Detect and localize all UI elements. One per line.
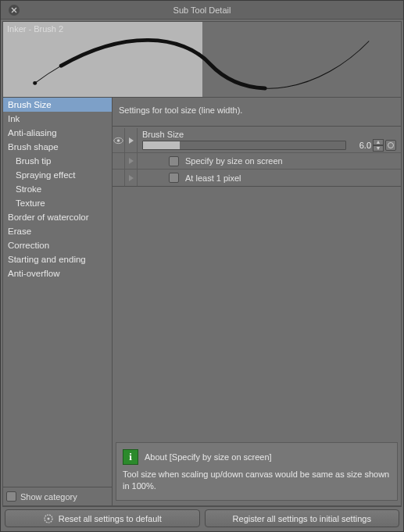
category-anti-overflow[interactable]: Anti-overflow: [3, 266, 112, 280]
gear-icon: [43, 513, 54, 524]
visibility-toggle-empty-2[interactable]: [113, 170, 125, 186]
prop-at-least-body: At least 1 pixel: [138, 173, 401, 183]
spacer: [113, 187, 401, 428]
brush-size-dynamics-button[interactable]: [385, 140, 396, 151]
brush-size-label: Brush Size: [142, 130, 396, 139]
bottom-bar: Reset all settings to default Register a…: [2, 506, 402, 530]
close-icon: [11, 7, 17, 13]
brush-size-control: 6.0 ▲ ▼: [142, 139, 396, 152]
info-icon: i: [123, 449, 138, 465]
svg-point-1: [117, 139, 120, 142]
category-texture[interactable]: Texture: [3, 196, 112, 210]
at-least-1px-label: At least 1 pixel: [185, 173, 241, 183]
info-title: About [Specify by size on screen]: [145, 452, 272, 462]
sidebar-footer: Show category: [3, 487, 112, 505]
close-button[interactable]: [9, 5, 20, 16]
titlebar: Sub Tool Detail: [1, 1, 403, 20]
category-erase[interactable]: Erase: [3, 224, 112, 238]
property-list: Brush Size 6.0 ▲ ▼: [113, 126, 401, 187]
brush-size-slider[interactable]: [142, 141, 346, 150]
stepper-down[interactable]: ▼: [373, 145, 384, 152]
specify-by-size-label: Specify by size on screen: [185, 156, 283, 166]
triangle-right-icon: [129, 137, 134, 144]
show-category-checkbox[interactable]: [6, 491, 16, 502]
info-panel: i About [Specify by size on screen] Tool…: [116, 442, 398, 501]
category-list: Brush Size Ink Anti-aliasing Brush shape…: [3, 98, 112, 487]
svg-point-2: [388, 143, 394, 148]
register-all-label: Register all settings to initial setting…: [233, 514, 371, 523]
register-all-button[interactable]: Register all settings to initial setting…: [205, 509, 400, 527]
mid-row: Brush Size Ink Anti-aliasing Brush shape…: [2, 98, 402, 506]
category-spraying-effect[interactable]: Spraying effect: [3, 168, 112, 182]
dynamics-icon: [387, 141, 395, 149]
content: Inker - Brush 2 Brush Size Ink Anti-alia…: [1, 20, 403, 531]
reset-all-label: Reset all settings to default: [59, 514, 162, 523]
category-stroke[interactable]: Stroke: [3, 182, 112, 196]
sub-tool-detail-window: Sub Tool Detail Inker - Brush 2 Brush Si…: [0, 0, 404, 532]
category-border-watercolor[interactable]: Border of watercolor: [3, 210, 112, 224]
stepper-up[interactable]: ▲: [373, 139, 384, 145]
settings-panel: Settings for tool size (line width). Bru…: [113, 98, 401, 505]
category-brush-tip[interactable]: Brush tip: [3, 154, 112, 168]
category-anti-aliasing[interactable]: Anti-aliasing: [3, 126, 112, 140]
brush-size-slider-fill: [143, 141, 180, 149]
triangle-right-icon: [129, 175, 134, 181]
visibility-toggle-empty[interactable]: [113, 153, 125, 169]
expand-toggle-3[interactable]: [125, 170, 138, 186]
info-header: i About [Specify by size on screen]: [123, 449, 391, 465]
expand-toggle[interactable]: [125, 128, 138, 152]
svg-point-4: [47, 517, 49, 520]
triangle-right-icon: [129, 158, 134, 164]
prop-specify-body: Specify by size on screen: [138, 156, 401, 166]
brush-size-stepper: ▲ ▼: [373, 139, 384, 152]
prop-brush-size-body: Brush Size 6.0 ▲ ▼: [138, 128, 401, 153]
expand-toggle-2[interactable]: [125, 153, 138, 169]
at-least-1px-checkbox[interactable]: [169, 173, 179, 183]
prop-specify-by-size-row: Specify by size on screen: [113, 153, 401, 170]
category-sidebar: Brush Size Ink Anti-aliasing Brush shape…: [3, 98, 113, 505]
window-title: Sub Tool Detail: [1, 5, 403, 15]
category-starting-ending[interactable]: Starting and ending: [3, 252, 112, 266]
brush-size-value[interactable]: 6.0: [349, 141, 371, 150]
eye-icon: [113, 137, 123, 145]
specify-by-size-checkbox[interactable]: [169, 156, 179, 166]
prop-at-least-1px-row: At least 1 pixel: [113, 170, 401, 186]
info-body: Tool size when scaling up/down canvas wo…: [123, 469, 391, 492]
category-ink[interactable]: Ink: [3, 112, 112, 126]
show-category-label: Show category: [20, 492, 77, 502]
reset-all-button[interactable]: Reset all settings to default: [5, 509, 200, 527]
category-brush-shape[interactable]: Brush shape: [3, 140, 112, 154]
category-brush-size[interactable]: Brush Size: [3, 98, 112, 112]
tool-name-label: Inker - Brush 2: [7, 24, 63, 34]
stroke-preview: Inker - Brush 2: [2, 21, 402, 98]
category-correction[interactable]: Correction: [3, 238, 112, 252]
visibility-toggle[interactable]: [113, 128, 125, 152]
settings-description: Settings for tool size (line width).: [113, 98, 401, 126]
prop-brush-size-row: Brush Size 6.0 ▲ ▼: [113, 127, 401, 153]
